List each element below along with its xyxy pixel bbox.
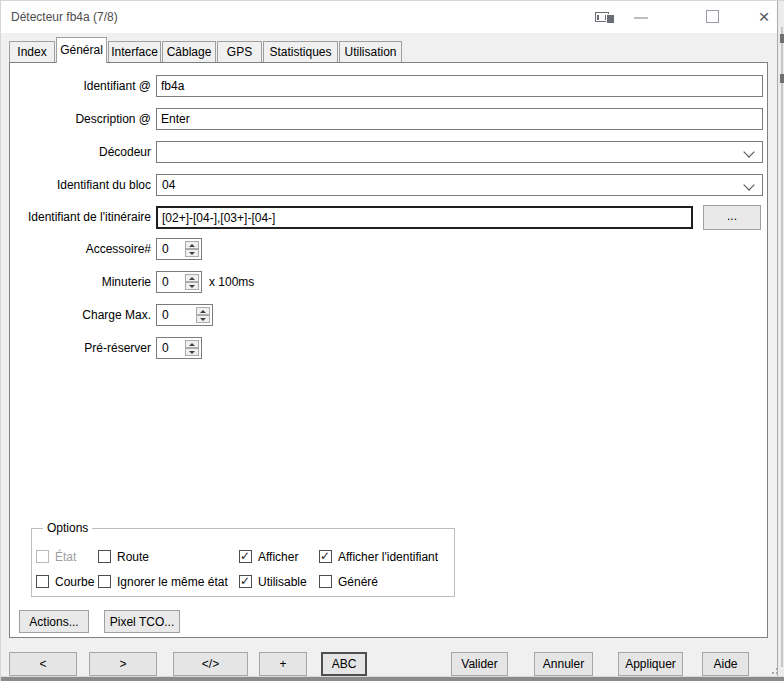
checkbox-icon[interactable]	[36, 575, 49, 588]
resize-grip[interactable]	[772, 672, 774, 674]
spin-up-icon[interactable]	[185, 340, 199, 348]
tab-general[interactable]: Général	[56, 37, 107, 63]
checkbox-utilisable[interactable]: Utilisable	[239, 574, 307, 589]
checkbox-afficher[interactable]: Afficher	[239, 549, 298, 564]
charge-max-value: 0	[162, 308, 169, 322]
resize-grip[interactable]	[776, 668, 778, 670]
tab-gps[interactable]: GPS	[217, 41, 262, 62]
description-input[interactable]	[156, 108, 763, 130]
pre-reserver-value: 0	[162, 341, 169, 355]
pre-reserver-label: Pré-réserver	[9, 341, 151, 356]
checkbox-etat: État	[36, 549, 76, 564]
checkbox-courbe[interactable]: Courbe	[36, 574, 94, 589]
tab-utilisation[interactable]: Utilisation	[339, 41, 402, 62]
checkbox-ignorer-meme-etat[interactable]: Ignorer le même état	[98, 574, 228, 589]
bloc-combobox[interactable]: 04	[156, 174, 763, 196]
bloc-label: Identifiant du bloc	[9, 178, 151, 193]
spin-up-icon[interactable]	[196, 307, 210, 315]
annuler-button[interactable]: Annuler	[534, 652, 593, 676]
maximize-icon[interactable]	[706, 10, 719, 23]
minuterie-label: Minuterie	[9, 275, 151, 290]
identifiant-input[interactable]	[156, 75, 763, 97]
description-label: Description @	[9, 112, 151, 127]
decodeur-label: Décodeur	[9, 145, 151, 160]
minuterie-spinner[interactable]: 0	[156, 271, 202, 293]
tab-statistiques[interactable]: Statistiques	[263, 41, 338, 62]
checkbox-checked-icon[interactable]	[319, 550, 332, 563]
accessoire-spinner[interactable]: 0	[156, 238, 202, 260]
identifiant-label: Identifiant @	[9, 79, 151, 94]
itineraire-input[interactable]	[156, 206, 693, 229]
background-scrollbar	[781, 27, 783, 667]
pixel-tco-button[interactable]: Pixel TCO...	[104, 610, 180, 633]
decodeur-combobox[interactable]	[156, 141, 763, 163]
pre-reserver-spin-buttons	[185, 340, 199, 356]
appliquer-button[interactable]: Appliquer	[618, 652, 683, 676]
minuterie-spin-buttons	[185, 274, 199, 290]
aide-button[interactable]: Aide	[702, 652, 749, 676]
checkbox-genere[interactable]: Généré	[319, 574, 378, 589]
itineraire-label: Identifiant de l'itinéraire	[9, 210, 151, 225]
spin-down-icon[interactable]	[196, 315, 210, 323]
minimize-icon[interactable]	[634, 17, 648, 19]
spin-up-icon[interactable]	[185, 274, 199, 282]
options-legend: Options	[43, 521, 92, 535]
dialog-window: Détecteur fb4a (7/8) × Index Général Int…	[0, 0, 784, 681]
checkbox-checked-icon[interactable]	[239, 575, 252, 588]
window-bottom-border	[1, 677, 784, 681]
actions-button[interactable]: Actions...	[19, 610, 89, 633]
checkbox-icon[interactable]	[98, 550, 111, 563]
spin-up-icon[interactable]	[185, 241, 199, 249]
checkbox-checked-icon[interactable]	[239, 550, 252, 563]
checkbox-icon[interactable]	[98, 575, 111, 588]
spin-down-icon[interactable]	[185, 348, 199, 356]
bloc-value: 04	[162, 178, 175, 192]
close-icon[interactable]: ×	[753, 5, 775, 29]
resize-grip[interactable]	[776, 672, 778, 674]
charge-max-spin-buttons	[196, 307, 210, 323]
itineraire-browse-button[interactable]: ...	[703, 205, 761, 230]
spin-down-icon[interactable]	[185, 282, 199, 290]
chevron-down-icon	[743, 179, 754, 190]
window-preview-icon	[595, 11, 615, 24]
checkbox-route[interactable]: Route	[98, 549, 149, 564]
tab-index[interactable]: Index	[9, 41, 55, 62]
checkbox-icon	[36, 550, 49, 563]
chevron-down-icon	[743, 146, 754, 157]
charge-max-label: Charge Max.	[9, 308, 151, 323]
minuterie-value: 0	[162, 275, 169, 289]
spin-down-icon[interactable]	[185, 249, 199, 257]
accessoire-value: 0	[162, 242, 169, 256]
next-button[interactable]: >	[89, 652, 157, 676]
scrollbar-mark	[780, 74, 784, 83]
pre-reserver-spinner[interactable]: 0	[156, 337, 202, 359]
tab-cablage[interactable]: Câblage	[162, 41, 216, 62]
window-preview-icon-panel	[606, 14, 615, 24]
checkbox-afficher-identifiant[interactable]: Afficher l'identifiant	[319, 549, 438, 564]
scrollbar-mark	[780, 34, 784, 43]
accessoire-spin-buttons	[185, 241, 199, 257]
window-title: Détecteur fb4a (7/8)	[11, 10, 118, 24]
prev-button[interactable]: <	[9, 652, 77, 676]
valider-button[interactable]: Valider	[451, 652, 508, 676]
abc-button[interactable]: ABC	[321, 652, 367, 676]
accessoire-label: Accessoire#	[9, 242, 151, 257]
title-bar: Détecteur fb4a (7/8) ×	[1, 1, 777, 33]
checkbox-icon[interactable]	[319, 575, 332, 588]
add-button[interactable]: +	[259, 652, 307, 676]
minuterie-unit-label: x 100ms	[209, 275, 254, 289]
code-button[interactable]: </>	[173, 652, 248, 676]
tab-interface[interactable]: Interface	[108, 41, 161, 62]
charge-max-spinner[interactable]: 0	[156, 304, 213, 326]
